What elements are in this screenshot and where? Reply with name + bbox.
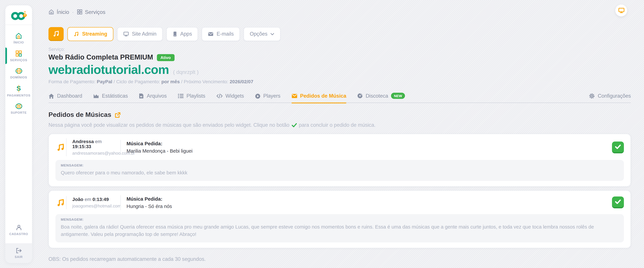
tab-label: Configurações: [598, 93, 631, 99]
music-note-icon: [52, 30, 60, 37]
obs-note: OBS: Os pedidos recarregam automaticamen…: [48, 256, 631, 262]
tab-playlists[interactable]: Playlists: [178, 93, 205, 102]
audio-file-icon: [139, 93, 144, 99]
brand-logo[interactable]: [5, 5, 32, 25]
tab-label: Widgets: [226, 93, 244, 99]
play-circle-icon: [255, 93, 260, 99]
requester-name: Andressa: [72, 139, 94, 144]
service-tabs: Dashboard Estátisticas A: [48, 91, 631, 103]
sidebar-nav: ÍNICIO SERVIÇOS: [5, 25, 32, 117]
em-word: em: [85, 197, 91, 202]
complete-request-button[interactable]: [612, 197, 624, 208]
chart-icon: [93, 93, 99, 98]
message-text: Quero oferecer para o meu namorado, ele …: [61, 169, 618, 177]
dollar-icon: S: [16, 85, 22, 92]
grid-icon: [77, 9, 82, 15]
complete-request-button[interactable]: [612, 141, 624, 153]
separator: /: [181, 79, 182, 84]
sidebar-item-label: DOMÍNIOS: [10, 75, 27, 79]
sidebar-item-inicio[interactable]: ÍNICIO: [5, 30, 32, 46]
song-request-card: Andressa em 19:15:33 andressamoraes@yaho…: [48, 134, 631, 187]
tab-arquivos[interactable]: Arquivos: [139, 93, 167, 102]
tab-players[interactable]: Players: [255, 93, 280, 102]
breadcrumb-services[interactable]: Serviços: [77, 9, 105, 15]
options-label: Opções: [250, 31, 268, 37]
chevron-down-icon: [270, 33, 274, 35]
check-icon: [615, 200, 621, 204]
request-time: 19:15:33: [72, 144, 91, 149]
home-icon: [48, 9, 54, 15]
em-word: em: [95, 139, 102, 144]
sidebar: ÍNICIO SERVIÇOS: [5, 5, 32, 263]
message-label: MENSAGEM:: [61, 217, 618, 221]
list-icon: [178, 93, 184, 98]
smartphone-icon: [172, 31, 177, 37]
sidebar-item-servicos[interactable]: SERVIÇOS: [5, 48, 32, 64]
user-icon: [16, 224, 22, 231]
message-box: MENSAGEM: Boa noite, galera da rádio! Qu…: [56, 214, 624, 243]
disc-icon: [358, 93, 363, 98]
tab-dashboard[interactable]: Dashboard: [48, 93, 82, 102]
music-note-icon: [56, 142, 66, 152]
grid-icon: [15, 50, 22, 57]
service-actions: Streaming Site Admin: [48, 27, 631, 41]
service-code: ( dqnrzplt ): [173, 69, 198, 75]
logout-icon: [15, 247, 22, 254]
apps-button[interactable]: Apps: [166, 27, 198, 41]
gear-icon: [589, 93, 595, 99]
music-note-icon: [74, 31, 79, 37]
external-link-icon[interactable]: [114, 112, 121, 118]
sidebar-item-sair[interactable]: SAIR: [5, 243, 32, 263]
separator: /: [114, 79, 115, 84]
home-icon: [48, 93, 54, 99]
globe-icon: [15, 68, 22, 74]
song-request-card: João em 0:13:49 joaogomes@hotmail.com Mú…: [48, 190, 631, 248]
music-service-button[interactable]: [48, 27, 64, 41]
requester-email: joaogomes@hotmail.com: [72, 203, 115, 208]
service-domain[interactable]: webradiotutorial.com: [48, 63, 169, 77]
cycle-value: por mês: [162, 79, 180, 84]
site-admin-label: Site Admin: [132, 31, 156, 37]
breadcrumb-home[interactable]: Ínicio: [48, 9, 69, 15]
breadcrumb-services-label: Serviços: [85, 9, 105, 15]
sidebar-item-label: CADASTRO: [9, 232, 28, 236]
emails-button[interactable]: E-mails: [202, 27, 240, 41]
status-badge: Ativo: [157, 54, 174, 61]
check-icon: [292, 123, 297, 127]
page-description: Nessa página você pode visualizar os ped…: [48, 122, 631, 128]
tab-estatisticas[interactable]: Estátisticas: [93, 93, 128, 102]
sidebar-item-label: ÍNICIO: [14, 40, 24, 44]
breadcrumb-home-label: Ínicio: [57, 9, 69, 15]
tab-label: Playlists: [186, 93, 205, 99]
song-value: Marilia Mendonça - Bebi liguei: [126, 148, 192, 154]
sidebar-item-pagamentos[interactable]: S PAGAMENTOS: [5, 83, 32, 99]
options-button[interactable]: Opções: [244, 27, 280, 41]
breadcrumb-separator: ·: [72, 9, 74, 15]
sidebar-item-dominios[interactable]: DOMÍNIOS: [5, 65, 32, 82]
tab-discoteca[interactable]: Discoteca NEW: [358, 93, 405, 102]
main-content: Ínicio · Serviços: [48, 0, 631, 262]
site-admin-button[interactable]: Site Admin: [117, 27, 163, 41]
streaming-button[interactable]: Streaming: [67, 27, 113, 41]
song-label: Música Pedida:: [126, 196, 172, 202]
service-name: Web Rádio Completa PREMIUM: [48, 53, 153, 61]
message-box: MENSAGEM: Quero oferecer para o meu namo…: [56, 160, 624, 181]
home-icon: [15, 32, 22, 39]
tab-configuracoes[interactable]: Configurações: [589, 93, 631, 102]
message-text: Boa noite, galera da rádio! Queria ofere…: [61, 223, 618, 238]
due-date: 2026/02/07: [230, 79, 253, 84]
requester-name: João: [72, 197, 83, 202]
sidebar-item-cadastro[interactable]: CADASTRO: [5, 221, 32, 239]
sidebar-item-suporte[interactable]: SUPORTE: [5, 100, 32, 117]
tab-pedidos-de-musica[interactable]: Pedidos de Música: [292, 93, 346, 103]
request-time: 0:13:49: [92, 197, 109, 202]
requester-info: Andressa em 19:15:33 andressamoraes@yaho…: [66, 138, 120, 156]
monitor-icon: [123, 31, 129, 37]
envelope-icon: [292, 93, 297, 98]
tab-widgets[interactable]: Widgets: [216, 93, 244, 102]
code-icon: [216, 93, 223, 98]
monitor-button[interactable]: [615, 4, 627, 16]
apps-label: Apps: [180, 31, 192, 37]
requester-name-time: Andressa em 19:15:33: [72, 139, 115, 149]
check-icon: [615, 144, 621, 149]
